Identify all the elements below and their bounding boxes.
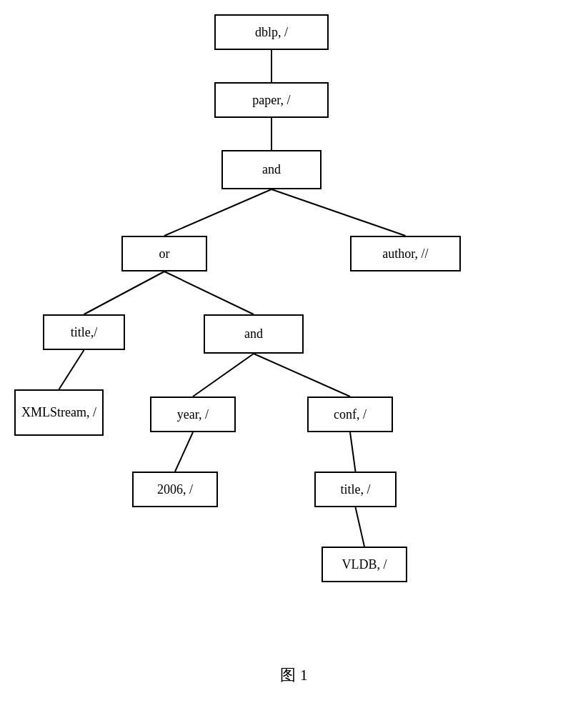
node-or: or	[121, 236, 207, 271]
node-title2: title, /	[314, 472, 397, 507]
svg-line-7	[254, 354, 350, 397]
node-and2: and	[204, 314, 304, 354]
svg-line-11	[356, 507, 365, 547]
svg-line-4	[84, 271, 165, 314]
node-vldb: VLDB, /	[322, 547, 407, 582]
node-author: author, //	[350, 236, 461, 271]
node-conf: conf, /	[307, 397, 393, 432]
figure-title: 图 1	[280, 666, 308, 684]
svg-line-10	[350, 432, 356, 472]
svg-line-5	[164, 271, 254, 314]
node-paper: paper, /	[214, 82, 329, 118]
svg-line-6	[193, 354, 254, 397]
tree-diagram: dblp, /paper, /andorauthor, //title,/and…	[0, 0, 588, 657]
node-title1: title,/	[43, 314, 125, 350]
node-year: year, /	[150, 397, 236, 432]
node-dblp: dblp, /	[214, 14, 329, 50]
svg-line-2	[164, 189, 271, 236]
svg-line-3	[271, 189, 406, 236]
figure-caption: 图 1	[0, 664, 588, 686]
node-year2006: 2006, /	[132, 472, 218, 507]
node-xmlstream: XMLStream, /	[14, 389, 104, 436]
svg-line-8	[59, 350, 84, 389]
node-and1: and	[221, 150, 322, 189]
svg-line-9	[175, 432, 193, 472]
